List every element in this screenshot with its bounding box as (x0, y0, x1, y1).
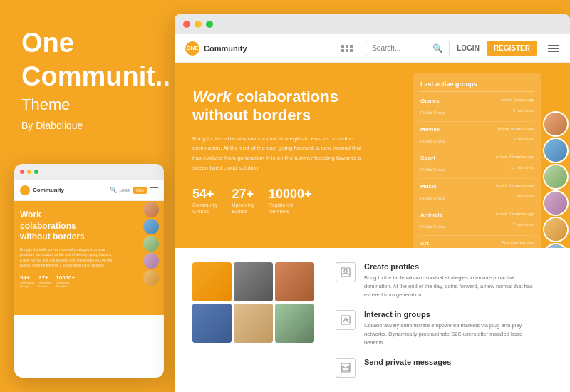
mobile-hero-heading: Workcolaborationswithout borders (20, 210, 113, 243)
group-type-sport: Public Group (420, 167, 445, 172)
photo-6 (275, 304, 314, 343)
photo-4 (192, 304, 232, 343)
group-members-sport: 11 members (511, 165, 534, 170)
features-list: Create profiles Bring to the table win-w… (336, 262, 552, 388)
group-item-sport: Sport Public Group Active 3 months ago 1… (420, 155, 534, 179)
site-logo-text: Community (204, 44, 247, 53)
group-type-music: Public Group (420, 196, 445, 200)
avatar-4[interactable] (543, 190, 569, 216)
mobile-dot-yellow (27, 170, 31, 174)
browser-top-bar (175, 14, 570, 34)
feature-send-messages-title: Send private messages (364, 358, 451, 366)
feature-create-profiles-title: Create profiles (364, 262, 542, 271)
mobile-stat-events-label: UpcomingEvents (38, 281, 51, 288)
group-active-movies: Active a month ago (498, 126, 534, 130)
mobile-top-bar (14, 164, 164, 180)
feature-interact-groups-title: Interact in groups (364, 310, 542, 319)
group-members-animals: 7 members (513, 222, 534, 227)
theme-title: One Communit.. (21, 29, 157, 92)
photo-2 (234, 262, 273, 301)
hero-stat-members-label: RegisteredMembers (269, 202, 312, 215)
register-button[interactable]: REGISTER (487, 41, 537, 56)
login-button[interactable]: LOGIN (457, 44, 480, 52)
theme-author: By Diabolique (21, 120, 157, 131)
theme-title-line1: One (21, 29, 157, 58)
mobile-stat-events: 27+ UpcomingEvents (38, 274, 51, 288)
group-members-games: 5 members (513, 108, 534, 113)
svg-point-1 (344, 269, 347, 272)
mobile-nav: Community 🔍 LOGIN REG (14, 180, 164, 201)
avatar-2[interactable] (543, 138, 569, 163)
hero-stat-events-value: 27+ (232, 187, 254, 202)
group-name-games: Games (420, 98, 445, 104)
mobile-hero: Workcolaborationswithout borders Bring t… (14, 201, 164, 315)
feature-create-profiles-desc: Bring to the table win-win survival stra… (364, 274, 542, 299)
avatar-6[interactable] (543, 243, 569, 248)
mobile-register-btn[interactable]: REG (133, 187, 147, 194)
avatar-5[interactable] (543, 217, 569, 242)
group-active-animals: Active 6 months ago (496, 212, 534, 216)
mobile-nav-right: 🔍 LOGIN REG (110, 187, 158, 194)
group-item-music: Music Public Group Active 5 months ago 7… (420, 183, 534, 207)
mobile-logo-text: Community (33, 187, 64, 193)
mobile-search-icon: 🔍 (110, 187, 117, 193)
hero-stat-groups: 54+ CommunityGroups (192, 187, 217, 215)
avatars-sidebar (543, 111, 570, 248)
group-members-music: 7 members (513, 194, 534, 198)
browser-dot-red (183, 21, 190, 28)
hero-stat-groups-label: CommunityGroups (192, 202, 217, 215)
search-input[interactable] (372, 44, 429, 52)
mobile-hero-description: Bring to the table win-win survival stra… (20, 247, 113, 269)
theme-subtitle: Theme (21, 96, 157, 114)
hero-stat-events: 27+ UpcomingEvents (232, 187, 254, 215)
mobile-stat-groups-value: 54+ (20, 274, 34, 281)
group-item-games: Games Public Group Active 2 days ago 5 m… (420, 98, 534, 122)
group-name-music: Music (420, 183, 445, 190)
send-messages-icon (336, 358, 356, 378)
group-type-games: Public Group (420, 110, 445, 115)
site-logo-circle: ONE (185, 41, 200, 56)
search-icon: 🔍 (432, 43, 443, 53)
avatar-3[interactable] (543, 164, 569, 190)
site-hero: Work colaborationswithout borders Bring … (175, 63, 570, 248)
group-item-art: Art Public Group Active a year ago 11 me… (420, 240, 534, 248)
mobile-stat-members-value: 10000+ (56, 274, 75, 281)
group-name-animals: Animals (420, 212, 445, 218)
hamburger-icon[interactable] (548, 45, 559, 52)
hero-description: Bring to the table win-win survival stra… (192, 134, 370, 172)
photo-5 (234, 304, 273, 343)
group-active-art: Active a year ago (502, 240, 534, 244)
theme-title-line2: Communit.. (21, 62, 157, 92)
avatar-1[interactable] (543, 111, 569, 137)
mobile-hamburger-icon[interactable] (150, 187, 158, 193)
browser-dot-yellow (195, 21, 202, 28)
mobile-login-btn[interactable]: LOGIN (120, 188, 131, 192)
feature-send-messages: Send private messages (336, 358, 552, 378)
hero-stat-groups-value: 54+ (192, 187, 217, 202)
browser-mockup: ONE Community 🔍 LOGIN REGISTER (175, 14, 570, 392)
group-name-art: Art (420, 240, 445, 247)
left-panel: One Communit.. Theme By Diabolique Commu… (0, 0, 171, 392)
hero-heading-italic: Work (192, 88, 232, 105)
mobile-stat-members-label: RegisteredMembers (56, 281, 75, 288)
mobile-dot-green (34, 170, 38, 174)
grid-icon[interactable] (341, 45, 353, 52)
groups-panel-title: Last active groups (420, 81, 534, 92)
site-search-area[interactable]: 🔍 (366, 41, 450, 56)
photos-grid (192, 262, 314, 388)
site-bottom: Create profiles Bring to the table win-w… (175, 248, 570, 392)
browser-dot-green (206, 21, 213, 28)
group-item-movies: Movies Public Group Active a month ago 1… (420, 126, 534, 150)
group-type-animals: Public Group (420, 225, 445, 229)
group-members-movies: 13 members (511, 137, 534, 141)
mobile-hero-avatars (142, 201, 164, 315)
group-name-movies: Movies (420, 126, 445, 133)
group-active-music: Active 5 months ago (496, 183, 534, 187)
mobile-stat-events-value: 27+ (38, 274, 51, 281)
feature-interact-groups-desc: Collaboratively administrate empowered m… (364, 321, 542, 347)
hero-stat-members: 10000+ RegisteredMembers (269, 187, 312, 215)
group-name-sport: Sport (420, 155, 445, 161)
photo-3 (275, 262, 314, 301)
mobile-logo-circle (20, 185, 30, 195)
hero-content: Work colaborationswithout borders Bring … (175, 63, 410, 248)
